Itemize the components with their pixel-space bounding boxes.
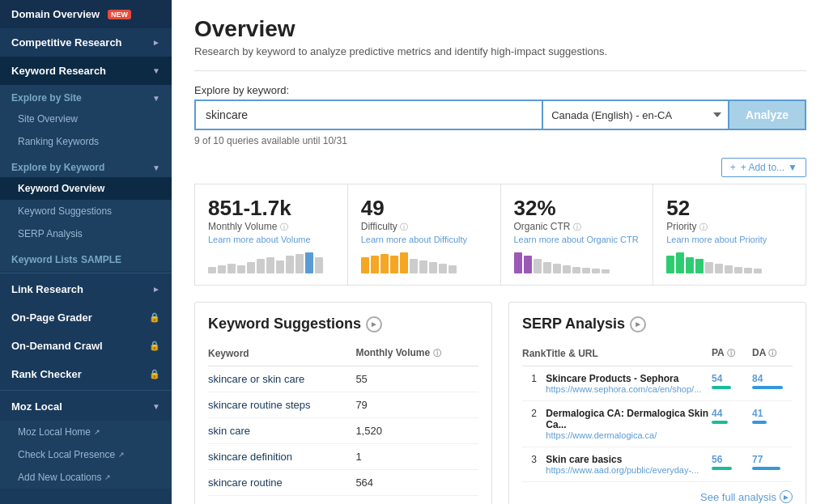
plus-icon: +: [730, 162, 736, 173]
sidebar-item-domain-overview[interactable]: Domain Overview NEW: [0, 0, 172, 28]
sidebar-item-on-demand-crawl[interactable]: On-Demand Crawl 🔒: [0, 332, 172, 360]
moz-local-home-item[interactable]: Moz Local Home ↗: [0, 421, 172, 443]
info-icon-da[interactable]: ⓘ: [768, 349, 776, 358]
bar: [295, 254, 304, 273]
serp-rank: 2: [522, 401, 546, 447]
difficulty-link[interactable]: Learn more about Difficulty: [361, 235, 487, 244]
add-new-locations-item[interactable]: Add New Locations ↗: [0, 466, 172, 489]
sidebar-item-keyword-suggestions[interactable]: Keyword Suggestions: [0, 200, 172, 222]
see-full-analysis-link[interactable]: See full analysis ►: [700, 490, 793, 503]
search-input[interactable]: [194, 100, 542, 130]
bar-gr7: [725, 265, 733, 273]
sidebar-item-on-page-grader[interactable]: On-Page Grader 🔒: [0, 303, 172, 332]
table-row: skin care 1,520: [208, 418, 478, 444]
info-icon-kw-vol[interactable]: ⓘ: [433, 349, 441, 358]
bar-gr1: [666, 256, 674, 273]
domain-overview-label: Domain Overview: [11, 8, 100, 20]
bar-gr10: [754, 269, 762, 273]
sidebar-item-serp-analysis[interactable]: SERP Analysis: [0, 222, 172, 245]
bar-g5: [449, 265, 457, 273]
col-volume: Monthly Volume ⓘ: [355, 344, 478, 366]
bar-p6: [563, 265, 571, 273]
chevron-down-icon: ▼: [152, 66, 160, 75]
sidebar-item-keyword-overview[interactable]: Keyword Overview: [0, 177, 172, 200]
info-icon-priority[interactable]: ⓘ: [699, 222, 708, 231]
add-to-button[interactable]: + + Add to... ▼: [721, 158, 806, 177]
info-icon-pa[interactable]: ⓘ: [727, 349, 735, 358]
table-row: 1 Skincare Products - Sephora https://ww…: [522, 366, 793, 401]
bar-gr4: [695, 259, 704, 273]
info-icon-volume[interactable]: ⓘ: [280, 222, 288, 231]
serp-analysis-arrow[interactable]: ►: [630, 316, 646, 332]
table-row: skincare or skin care 55: [208, 366, 478, 392]
pa-bar: [712, 421, 728, 424]
bar-gr6: [715, 264, 723, 273]
check-local-presence-item[interactable]: Check Local Presence ↗: [0, 443, 172, 466]
bar-p2: [524, 256, 532, 273]
kw-volume: 1: [355, 444, 478, 470]
bar-p1: [514, 252, 522, 273]
da-bar: [752, 467, 780, 470]
page-title: Overview: [194, 16, 806, 42]
bar-p3: [534, 259, 542, 273]
keyword-suggestions-table: Keyword Monthly Volume ⓘ skincare or ski…: [208, 344, 478, 496]
locale-select[interactable]: Canada (English) - en-CA United States (…: [542, 100, 728, 130]
serp-pa: 44: [712, 401, 752, 447]
bar: [237, 265, 245, 273]
bar-y3: [380, 254, 389, 273]
bar: [227, 264, 236, 273]
bar-p7: [572, 267, 580, 273]
serp-analysis-title: SERP Analysis ►: [522, 316, 793, 332]
sidebar-item-keyword-research[interactable]: Keyword Research ▼: [0, 57, 172, 85]
dropdown-icon: ▼: [788, 162, 797, 173]
table-row: skincare definition 1: [208, 444, 478, 470]
sidebar-item-link-research[interactable]: Link Research ►: [0, 275, 172, 303]
explore-by-keyword-section: Explore by Keyword ▼ Keyword Overview Ke…: [0, 155, 172, 247]
info-icon-ctr[interactable]: ⓘ: [573, 222, 581, 231]
ctr-link[interactable]: Learn more about Organic CTR: [514, 235, 640, 244]
analyze-button[interactable]: Analyze: [728, 100, 806, 130]
table-row: skincare routine 564: [208, 470, 478, 496]
explore-by-site-section: Explore by Site ▼ Site Overview Ranking …: [0, 85, 172, 155]
explore-by-site-header[interactable]: Explore by Site ▼: [0, 87, 172, 108]
keyword-suggestions-title: Keyword Suggestions ►: [208, 316, 478, 332]
kw-keyword: skincare routine steps: [208, 392, 355, 418]
volume-link[interactable]: Learn more about Volume: [208, 235, 334, 244]
moz-local-header[interactable]: Moz Local ▼: [0, 392, 172, 421]
serp-da: 77: [752, 447, 793, 482]
priority-link[interactable]: Learn more about Priority: [666, 235, 793, 244]
difficulty-value: 49: [361, 196, 487, 221]
kw-volume: 564: [355, 470, 478, 496]
explore-by-keyword-header[interactable]: Explore by Keyword ▼: [0, 156, 172, 177]
bar: [257, 259, 265, 273]
da-bar: [752, 421, 767, 424]
info-icon-difficulty[interactable]: ⓘ: [400, 222, 408, 231]
on-demand-crawl-label: On-Demand Crawl: [11, 340, 103, 352]
serp-title: Skin care basics: [546, 454, 712, 465]
sidebar-item-rank-checker[interactable]: Rank Checker 🔒: [0, 360, 172, 388]
table-row: skincare routine steps 79: [208, 392, 478, 418]
bar: [286, 256, 294, 273]
sidebar-item-ranking-keywords[interactable]: Ranking Keywords: [0, 130, 172, 153]
bar-gr5: [705, 262, 713, 273]
circle-arrow-icon-serp: ►: [780, 490, 793, 503]
serp-url: https://www.dermalogica.ca/: [546, 430, 712, 440]
page-subtitle: Research by keyword to analyze predictiv…: [194, 45, 806, 57]
keyword-lists-header[interactable]: Keyword Lists SAMPLE: [0, 248, 172, 269]
bar-g2: [419, 260, 427, 273]
metric-card-volume: 851-1.7k Monthly Volume ⓘ Learn more abo…: [195, 184, 348, 285]
keyword-research-label: Keyword Research: [11, 65, 106, 77]
sidebar-item-competitive-research[interactable]: Competitive Research ►: [0, 28, 172, 57]
bar-y2: [371, 256, 379, 273]
explore-by-site-label: Explore by Site: [11, 92, 82, 104]
bar: [276, 260, 284, 273]
keyword-suggestions-arrow[interactable]: ►: [366, 316, 382, 332]
bar-gr2: [676, 252, 684, 273]
bar-gr9: [744, 268, 752, 273]
bar-p8: [582, 268, 590, 273]
table-row: 2 Dermalogica CA: Dermalogica Skin Ca...…: [522, 401, 793, 447]
rank-checker-label: Rank Checker: [11, 368, 82, 380]
sidebar-item-site-overview[interactable]: Site Overview: [0, 108, 172, 130]
bar-highlighted: [305, 252, 313, 273]
bar-g3: [429, 262, 437, 273]
